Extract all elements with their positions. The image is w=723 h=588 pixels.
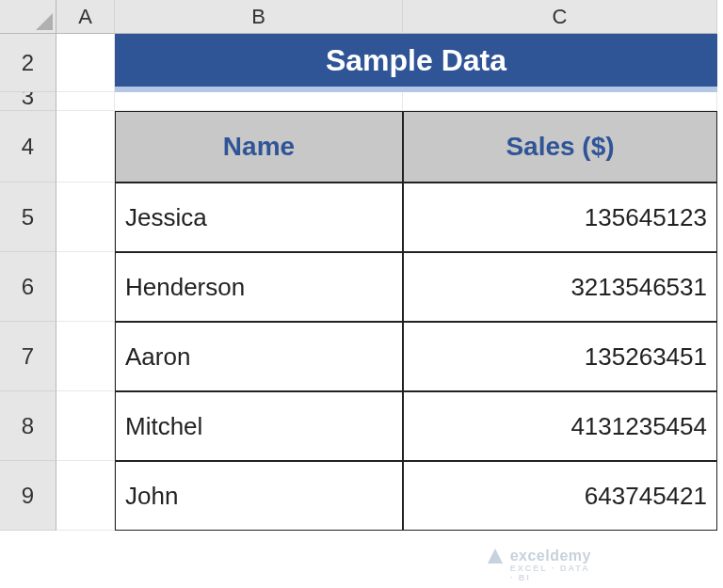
cell-B3[interactable]	[115, 92, 403, 111]
select-all-triangle-icon	[36, 13, 53, 30]
cell-name-3[interactable]: Mitchel	[115, 391, 403, 461]
row-header-9[interactable]: 9	[0, 461, 56, 531]
watermark-brand: exceldemy	[510, 548, 591, 564]
title-banner[interactable]: Sample Data	[115, 34, 717, 92]
cell-A3[interactable]	[56, 92, 115, 111]
cell-sales-3[interactable]: 4131235454	[403, 391, 717, 461]
cell-name-1[interactable]: Henderson	[115, 252, 403, 322]
row-header-6[interactable]: 6	[0, 252, 56, 322]
column-header-A[interactable]: A	[56, 0, 115, 34]
cell-A6[interactable]	[56, 252, 115, 322]
row-header-5[interactable]: 5	[0, 183, 56, 252]
row-header-2[interactable]: 2	[0, 34, 56, 92]
cell-A8[interactable]	[56, 391, 115, 461]
watermark-tag: EXCEL · DATA · BI	[510, 564, 591, 582]
column-header-B[interactable]: B	[115, 0, 403, 34]
cell-sales-1[interactable]: 3213546531	[403, 252, 717, 322]
cell-C3[interactable]	[403, 92, 717, 111]
column-header-C[interactable]: C	[403, 0, 717, 34]
cell-A4[interactable]	[56, 111, 115, 183]
cell-name-2[interactable]: Aaron	[115, 322, 403, 391]
table-header-name[interactable]: Name	[115, 111, 403, 183]
cell-sales-2[interactable]: 135263451	[403, 322, 717, 391]
cell-A7[interactable]	[56, 322, 115, 391]
cell-name-4[interactable]: John	[115, 461, 403, 531]
svg-marker-0	[36, 13, 53, 30]
svg-marker-1	[488, 548, 503, 564]
row-header-7[interactable]: 7	[0, 322, 56, 391]
cell-A5[interactable]	[56, 183, 115, 252]
cell-name-0[interactable]: Jessica	[115, 183, 403, 252]
watermark-logo-icon	[486, 547, 505, 565]
cell-A2[interactable]	[56, 34, 115, 92]
row-header-8[interactable]: 8	[0, 391, 56, 461]
table-header-sales[interactable]: Sales ($)	[403, 111, 717, 183]
select-all-corner[interactable]	[0, 0, 56, 34]
watermark: exceldemy EXCEL · DATA · BI	[486, 547, 591, 565]
cell-sales-4[interactable]: 643745421	[403, 461, 717, 531]
cell-A9[interactable]	[56, 461, 115, 531]
cell-sales-0[interactable]: 135645123	[403, 183, 717, 252]
row-header-3[interactable]: 3	[0, 92, 56, 111]
spreadsheet-grid: A B C 2 3 4 5 6 7 8 9 Sample Data Name S…	[0, 0, 717, 531]
row-header-4[interactable]: 4	[0, 111, 56, 183]
